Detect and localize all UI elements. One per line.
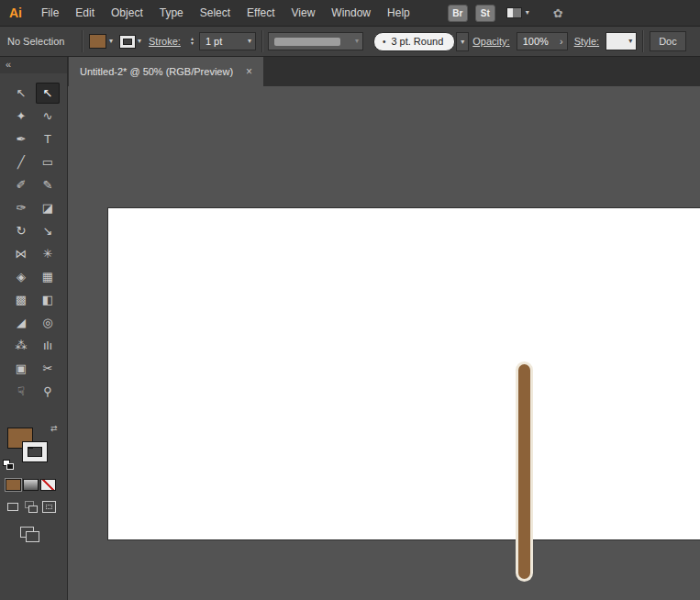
- tool-eyedropper[interactable]: ◢: [9, 312, 33, 333]
- control-bar: No Selection ▾ ▾ Stroke: ▴ ▾ 1 pt ▾ ▾ • …: [0, 26, 700, 57]
- tool-free-transform[interactable]: ✳: [36, 243, 60, 264]
- tool-hand[interactable]: ☟: [9, 381, 33, 402]
- bridge-button[interactable]: Br: [448, 5, 468, 22]
- app-logo: Ai: [0, 6, 33, 20]
- opacity-label[interactable]: Opacity:: [472, 36, 509, 47]
- gradient-button[interactable]: [23, 479, 39, 491]
- draw-normal-button[interactable]: [5, 499, 20, 514]
- fill-color-control[interactable]: ▾: [89, 34, 113, 49]
- style-label[interactable]: Style:: [574, 36, 600, 47]
- stock-button[interactable]: St: [475, 5, 495, 22]
- tool-selection[interactable]: ↖: [9, 83, 33, 104]
- chevron-down-icon[interactable]: ▾: [138, 38, 141, 45]
- tool-paintbrush[interactable]: ✐: [9, 174, 33, 195]
- brush-stroke[interactable]: [518, 364, 530, 579]
- canvas-area[interactable]: [68, 86, 700, 600]
- chevron-down-icon[interactable]: ▾: [109, 38, 113, 45]
- direct-selection-tool-icon: ↖: [43, 87, 53, 99]
- draw-inside-button[interactable]: [41, 499, 57, 514]
- slice-tool-icon: ✂: [43, 362, 53, 374]
- tool-scale[interactable]: ↘: [36, 220, 60, 241]
- stroke-swatch[interactable]: [120, 36, 135, 48]
- opacity-dropdown[interactable]: 100% ›: [517, 32, 568, 50]
- chevron-right-icon: ›: [560, 36, 563, 47]
- brush-dot-icon: •: [383, 37, 386, 47]
- stepper-down-icon[interactable]: ▾: [191, 41, 194, 46]
- artboard: [108, 208, 700, 539]
- selection-status: No Selection: [0, 36, 79, 47]
- chevron-down-icon: ▾: [526, 9, 529, 17]
- tool-perspective-grid[interactable]: ▦: [36, 266, 60, 287]
- default-colors-icon[interactable]: [3, 460, 14, 470]
- tool-line-segment[interactable]: ╱: [9, 151, 33, 172]
- tool-direct-selection[interactable]: ↖: [36, 83, 60, 104]
- document-tab[interactable]: Untitled-2* @ 50% (RGB/Preview) ×: [69, 57, 263, 86]
- tool-rotate[interactable]: ↻: [9, 220, 33, 241]
- tool-width[interactable]: ⋈: [9, 243, 33, 264]
- brush-chevron-button[interactable]: ▾: [456, 32, 469, 51]
- paintbrush-tool-icon: ✐: [17, 179, 27, 191]
- stroke-color-box[interactable]: [23, 442, 47, 461]
- line-segment-tool-icon: ╱: [17, 156, 25, 168]
- color-button[interactable]: [6, 479, 21, 491]
- screen-mode-button[interactable]: [20, 525, 42, 543]
- panel-collapse-button[interactable]: «: [0, 57, 67, 73]
- rotate-tool-icon: ↻: [17, 225, 27, 237]
- tool-slice[interactable]: ✂: [36, 358, 60, 379]
- menu-select[interactable]: Select: [192, 0, 239, 26]
- blob-brush-tool-icon: ✑: [17, 202, 27, 214]
- swap-colors-icon[interactable]: ⇄: [50, 424, 58, 433]
- tool-symbol-sprayer[interactable]: ⁂: [9, 335, 33, 356]
- column-graph-tool-icon: ılı: [43, 339, 52, 351]
- tool-shape-builder[interactable]: ◈: [9, 266, 33, 287]
- tool-gradient[interactable]: ◧: [36, 289, 60, 310]
- style-dropdown[interactable]: ▾: [606, 32, 637, 50]
- tool-pen[interactable]: ✒: [9, 128, 33, 150]
- menubar: Ai FileEditObjectTypeSelectEffectViewWin…: [0, 0, 700, 26]
- menu-file[interactable]: File: [33, 0, 67, 26]
- stroke-weight-dropdown[interactable]: 1 pt ▾: [199, 32, 256, 50]
- workspace-icon: [506, 7, 522, 18]
- magic-wand-tool-icon: ✦: [17, 110, 27, 122]
- tool-lasso[interactable]: ∿: [36, 106, 60, 127]
- stroke-color-control[interactable]: ▾: [120, 36, 141, 48]
- menu-edit[interactable]: Edit: [67, 0, 103, 26]
- zoom-tool-icon: ⚲: [43, 385, 52, 397]
- chevron-down-icon: ▾: [628, 38, 632, 45]
- stroke-weight-stepper[interactable]: ▴ ▾: [188, 37, 196, 46]
- tool-pencil[interactable]: ✎: [36, 174, 60, 195]
- tool-mesh[interactable]: ▩: [9, 289, 33, 310]
- shape-builder-tool-icon: ◈: [17, 271, 26, 283]
- tool-eraser[interactable]: ◪: [36, 197, 60, 218]
- tool-rectangle[interactable]: ▭: [36, 151, 60, 172]
- none-button[interactable]: [40, 479, 56, 491]
- hand-tool-icon: ☟: [17, 385, 25, 397]
- tool-magic-wand[interactable]: ✦: [9, 106, 33, 127]
- menu-view[interactable]: View: [283, 0, 324, 26]
- chevron-down-icon: ▾: [355, 38, 359, 45]
- document-tab-title: Untitled-2* @ 50% (RGB/Preview): [80, 66, 233, 77]
- document-setup-button[interactable]: Doc: [650, 31, 686, 51]
- close-icon[interactable]: ×: [246, 65, 252, 78]
- brush-definition-dropdown[interactable]: • 3 pt. Round: [373, 32, 455, 51]
- tool-zoom[interactable]: ⚲: [36, 381, 60, 402]
- selection-tool-icon: ↖: [17, 87, 27, 99]
- fill-swatch[interactable]: [89, 34, 106, 49]
- menu-help[interactable]: Help: [379, 0, 418, 26]
- menu-effect[interactable]: Effect: [239, 0, 283, 26]
- brush-name: 3 pt. Round: [391, 36, 443, 47]
- tool-blend[interactable]: ◎: [36, 312, 60, 333]
- menu-object[interactable]: Object: [103, 0, 151, 26]
- menu-window[interactable]: Window: [323, 0, 379, 26]
- tool-column-graph[interactable]: ılı: [36, 335, 60, 356]
- tool-blob-brush[interactable]: ✑: [9, 197, 33, 218]
- tool-artboard[interactable]: ▣: [9, 358, 33, 379]
- scale-tool-icon: ↘: [43, 225, 53, 237]
- cs-live-icon[interactable]: ✿: [553, 6, 563, 20]
- draw-behind-button[interactable]: [23, 499, 39, 514]
- stroke-label[interactable]: Stroke:: [149, 36, 181, 47]
- menu-type[interactable]: Type: [151, 0, 192, 26]
- workspace-switcher[interactable]: ▾: [506, 7, 529, 18]
- tool-type[interactable]: T: [36, 128, 60, 150]
- uniform-profile-icon: [274, 38, 340, 46]
